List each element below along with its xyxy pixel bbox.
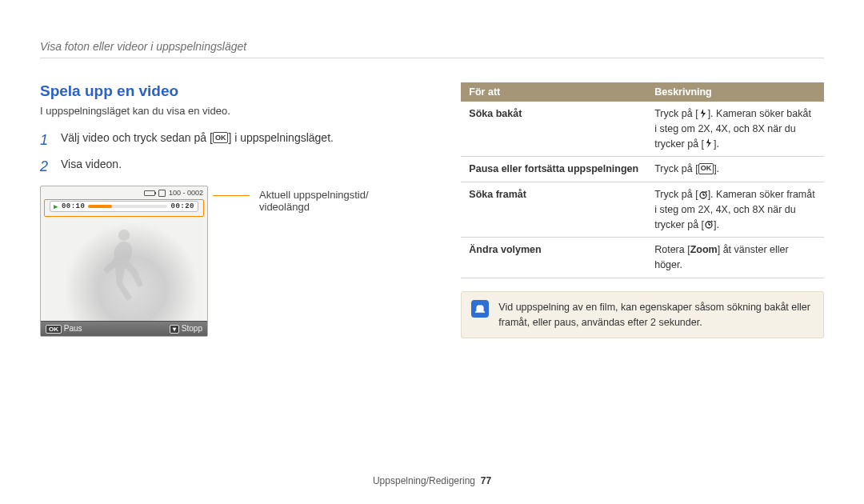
stop-control: ▾ Stopp [170, 324, 202, 334]
ok-icon: OK [213, 132, 229, 143]
pause-control: OK Paus [46, 324, 82, 334]
step-text-before: Välj video och tryck sedan på [ [61, 131, 213, 144]
t: Tryck på [ [654, 108, 698, 119]
step-text-after: ] i uppspelningsläget. [228, 131, 334, 144]
step-1: 1 Välj video och tryck sedan på [OK] i u… [40, 130, 421, 151]
battery-icon [144, 189, 155, 197]
page-footer: Uppspelning/Redigering 77 [0, 475, 864, 486]
callout-caption: Aktuell uppspelningstid/ videolängd [259, 186, 369, 337]
step-number: 1 [40, 130, 53, 151]
t: Rotera [ [654, 244, 690, 255]
row-label: Ändra volymen [461, 238, 646, 278]
row-desc: Tryck på []. Kameran söker bakåt i steg … [646, 102, 824, 157]
row-desc: Tryck på [OK]. [646, 157, 824, 182]
ok-icon: OK [698, 163, 714, 174]
section-intro: I uppspelningsläget kan du visa en video… [40, 105, 421, 117]
footer-page: 77 [481, 475, 491, 486]
callout-line2: videolängd [259, 201, 369, 213]
time-bar-highlight: ▶ 00:10 00:20 [44, 199, 204, 217]
t: Tryck på [ [654, 189, 698, 200]
down-key-icon: ▾ [170, 325, 179, 334]
camera-video-area [45, 218, 203, 321]
step-text: Visa videon. [61, 156, 421, 178]
info-text: Vid uppspelning av en film, kan egenskap… [498, 300, 814, 330]
flash-icon [698, 109, 708, 118]
table-row: Söka framåt Tryck på []. Kameran söker f… [461, 182, 824, 238]
row-desc: Rotera [Zoom] åt vänster eller höger. [646, 238, 824, 278]
content-columns: Spela upp en video I uppspelningsläget k… [40, 82, 824, 338]
row-label: Söka framåt [461, 182, 646, 238]
time-total: 00:20 [170, 202, 194, 210]
callout-line1: Aktuell uppspelningstid/ [259, 189, 369, 201]
step-text: Välj video och tryck sedan på [OK] i upp… [61, 130, 421, 151]
step-2: 2 Visa videon. [40, 156, 421, 178]
time-current: 00:10 [62, 202, 86, 210]
left-column: Spela upp en video I uppspelningsläget k… [40, 82, 421, 338]
camera-preview: 100 - 0002 ▶ 00:10 00:20 [40, 186, 208, 337]
dancer-silhouette-icon [96, 226, 152, 314]
stop-label: Stopp [182, 324, 202, 333]
callout-leader-line [218, 186, 250, 337]
sd-icon [158, 189, 166, 197]
flash-icon [704, 138, 714, 148]
timer-icon [698, 190, 708, 199]
row-label: Pausa eller fortsätta uppspelningen [461, 157, 646, 182]
info-icon [471, 300, 489, 318]
breadcrumb: Visa foton eller videor i uppspelningslä… [40, 40, 824, 58]
t: ]. [714, 219, 719, 230]
zoom-label: Zoom [690, 244, 718, 255]
pause-label: Paus [64, 324, 82, 333]
t: ]. [714, 163, 719, 174]
camera-top-bar: 100 - 0002 [41, 186, 207, 199]
t: Tryck på [ [654, 163, 698, 174]
table-row: Pausa eller fortsätta uppspelningen Tryc… [461, 157, 824, 182]
th-action: För att [461, 82, 646, 102]
section-title: Spela upp en video [40, 82, 421, 100]
progress-track [88, 205, 167, 208]
time-bar: ▶ 00:10 00:20 [50, 201, 198, 212]
timer-icon [704, 219, 714, 229]
row-label: Söka bakåt [461, 102, 646, 157]
controls-table: För att Beskrivning Söka bakåt Tryck på … [461, 82, 824, 278]
th-description: Beskrivning [646, 82, 824, 102]
info-note: Vid uppspelning av en film, kan egenskap… [461, 291, 824, 339]
media-row: 100 - 0002 ▶ 00:10 00:20 [40, 186, 421, 337]
play-icon: ▶ [54, 202, 58, 211]
ok-key-icon: OK [46, 325, 62, 334]
footer-section: Uppspelning/Redigering [373, 475, 475, 486]
right-column: För att Beskrivning Söka bakåt Tryck på … [461, 82, 824, 338]
page: Visa foton eller videor i uppspelningslä… [0, 0, 864, 504]
image-counter: 100 - 0002 [169, 189, 203, 197]
t: ]. [714, 138, 719, 150]
camera-bottom-bar: OK Paus ▾ Stopp [41, 321, 207, 336]
table-header-row: För att Beskrivning [461, 82, 824, 102]
row-desc: Tryck på []. Kameran söker framåt i steg… [646, 182, 824, 238]
step-number: 2 [40, 156, 53, 178]
table-row: Söka bakåt Tryck på []. Kameran söker ba… [461, 102, 824, 157]
table-row: Ändra volymen Rotera [Zoom] åt vänster e… [461, 238, 824, 278]
